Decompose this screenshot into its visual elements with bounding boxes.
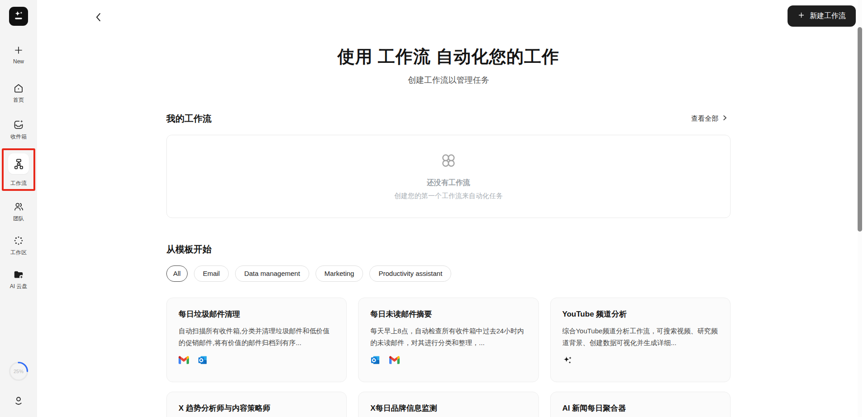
sidebar-item-label: 团队: [13, 216, 24, 221]
template-card[interactable]: X每日品牌信息监测: [358, 392, 538, 417]
sidebar-item-new[interactable]: New: [13, 45, 24, 64]
usage-percent-label: 25%: [8, 361, 29, 382]
sidebar-item-label: 收件箱: [10, 134, 27, 139]
sidebar-item-ai-drive[interactable]: AI 云盘: [10, 269, 28, 289]
card-title: X每日品牌信息监测: [370, 403, 526, 413]
back-button[interactable]: [90, 10, 106, 25]
team-icon: [13, 201, 24, 213]
card-integrations: [370, 355, 526, 366]
page-subtitle: 创建工作流以管理任务: [166, 75, 731, 85]
chevron-right-icon: [722, 114, 728, 123]
plus-icon: [797, 11, 805, 21]
card-integrations: [179, 355, 335, 366]
filter-chip-all[interactable]: All: [166, 265, 188, 282]
new-workflow-button[interactable]: 新建工作流: [788, 5, 856, 27]
usage-progress-ring[interactable]: 25%: [8, 361, 29, 382]
sidebar-item-workflow[interactable]: 工作流: [8, 153, 29, 186]
sidebar: New 首页 收件箱: [0, 0, 37, 417]
account-button[interactable]: [12, 394, 25, 409]
new-workflow-label: 新建工作流: [810, 11, 846, 21]
sidebar-item-workspace[interactable]: 工作区: [10, 235, 27, 255]
view-all-link[interactable]: 查看全部: [689, 114, 731, 123]
filter-chip-productivity-assistant[interactable]: Productivity assistant: [369, 265, 451, 282]
outlook-icon: [198, 355, 208, 367]
gmail-icon: [389, 356, 400, 366]
filter-chip-email[interactable]: Email: [194, 265, 229, 282]
card-description: 每天早上8点，自动检查所有收件箱中过去24小时内的未读邮件，对其进行分类和整理，…: [370, 325, 526, 349]
card-title: 每日未读邮件摘要: [370, 309, 526, 319]
workflows-empty-state: 还没有工作流 创建您的第一个工作流来自动化任务: [166, 135, 731, 218]
app-logo[interactable]: [9, 7, 28, 26]
template-card[interactable]: X 趋势分析师与内容策略师: [166, 392, 347, 417]
card-description: 自动扫描所有收件箱,分类并清理垃圾邮件和低价值的促销邮件,将有价值的邮件归档到有…: [179, 325, 335, 349]
outlook-icon: [370, 355, 381, 367]
plus-icon: [13, 45, 24, 56]
gmail-icon: [179, 356, 189, 366]
workflow-nodes-icon: [8, 153, 29, 174]
sidebar-item-home[interactable]: 首页: [13, 82, 24, 103]
scrollbar-thumb[interactable]: [858, 27, 862, 232]
card-title: X 趋势分析师与内容策略师: [179, 403, 335, 413]
card-integrations: [562, 355, 718, 366]
my-workflows-header: 我的工作流 查看全部: [166, 113, 731, 125]
chevron-left-icon: [93, 11, 104, 24]
card-description: 综合YouTube频道分析工作流，可搜索视频、研究频道背景、创建数据可视化并生成…: [562, 325, 718, 349]
sparkles-icon: [562, 355, 573, 367]
card-title: YouTube 频道分析: [562, 309, 718, 319]
template-card[interactable]: 每日未读邮件摘要 每天早上8点，自动检查所有收件箱中过去24小时内的未读邮件，对…: [358, 298, 538, 382]
sidebar-item-label: 工作流: [10, 180, 27, 186]
ai-drive-folder-icon: [13, 269, 24, 280]
inbox-sparkle-icon: [13, 119, 24, 131]
template-cards-grid: 每日垃圾邮件清理 自动扫描所有收件箱,分类并清理垃圾邮件和低价值的促销邮件,将有…: [166, 298, 731, 417]
card-title: 每日垃圾邮件清理: [179, 309, 335, 319]
template-filters: All Email Data management Marketing Prod…: [166, 265, 731, 282]
filter-chip-marketing[interactable]: Marketing: [316, 265, 363, 282]
sidebar-item-label: AI 云盘: [10, 284, 28, 289]
page-title: 使用 工作流 自动化您的工作: [166, 46, 731, 68]
four-circles-icon: [440, 152, 457, 171]
sidebar-item-label: New: [13, 59, 24, 64]
sidebar-item-inbox[interactable]: 收件箱: [10, 119, 27, 139]
main-area: 新建工作流 使用 工作流 自动化您的工作 创建工作流以管理任务 我的工作流 查看…: [37, 0, 868, 417]
home-icon: [13, 82, 24, 94]
template-card[interactable]: YouTube 频道分析 综合YouTube频道分析工作流，可搜索视频、研究频道…: [550, 298, 731, 382]
view-all-label: 查看全部: [691, 114, 718, 123]
user-icon: [12, 401, 25, 408]
template-card[interactable]: 每日垃圾邮件清理 自动扫描所有收件箱,分类并清理垃圾邮件和低价值的促销邮件,将有…: [166, 298, 347, 382]
content-column: 使用 工作流 自动化您的工作 创建工作流以管理任务 我的工作流 查看全部 还没有: [166, 0, 731, 417]
templates-heading: 从模板开始: [166, 243, 731, 256]
sidebar-item-team[interactable]: 团队: [13, 201, 24, 221]
sidebar-item-label: 工作区: [10, 250, 27, 255]
my-workflows-heading: 我的工作流: [166, 113, 212, 125]
filter-chip-data-management[interactable]: Data management: [235, 265, 309, 282]
template-card[interactable]: AI 新闻每日聚合器: [550, 392, 731, 417]
card-title: AI 新闻每日聚合器: [562, 403, 718, 413]
sidebar-item-label: 首页: [13, 97, 24, 103]
sparkles-logo-icon: [12, 9, 25, 24]
annotation-highlight-box: 工作流: [2, 148, 35, 191]
workspace-dots-icon: [13, 235, 24, 246]
empty-state-title: 还没有工作流: [427, 178, 470, 188]
empty-state-subtitle: 创建您的第一个工作流来自动化任务: [394, 192, 503, 200]
